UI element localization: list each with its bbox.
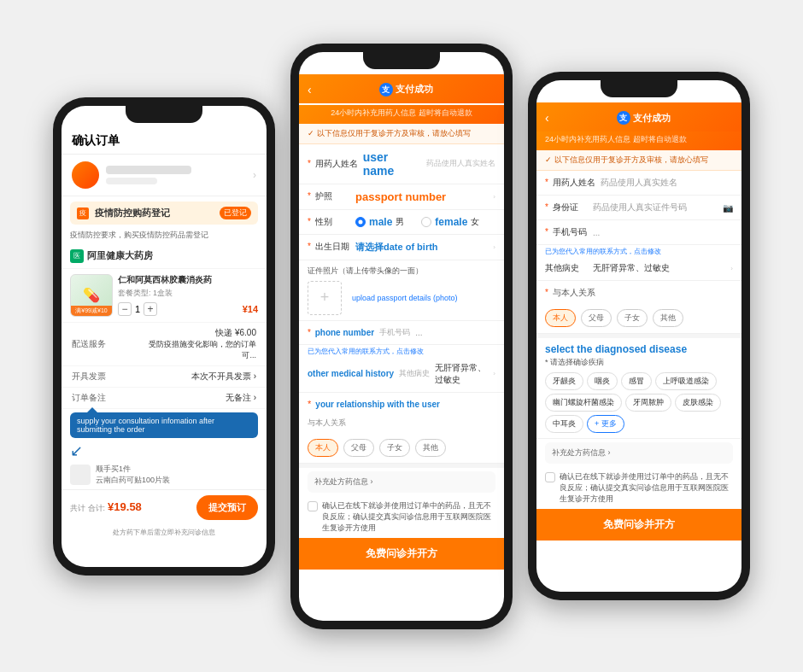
consult-btn[interactable]: 免费问诊并开方 [299, 538, 504, 570]
gender-female-option[interactable]: female 女 [421, 216, 479, 228]
relation-other-btn[interactable]: 其他 [415, 439, 446, 457]
qty-decrease-btn[interactable]: − [118, 302, 132, 316]
qty-control[interactable]: − 1 + [118, 302, 157, 316]
male-label-cn: 男 [396, 216, 404, 228]
p3-notice-bar: ✓ 以下信息仅用于复诊开方及审核，请放心填写 [536, 150, 741, 171]
footer-total-amount: ¥19.58 [108, 500, 142, 513]
p3-agree-checkbox[interactable] [545, 472, 555, 482]
gender-row: * 性别 male 男 female [299, 210, 504, 235]
divider [299, 464, 504, 468]
p3-phone-row: * 手机号码 ... [536, 220, 741, 245]
disease-tag-throat[interactable]: 咽炎 [587, 372, 618, 390]
gender-label: * 性别 [308, 216, 350, 228]
p1-footer: 共计 合计: ¥19.58 提交预订 [62, 489, 267, 525]
relation-self-btn[interactable]: 本人 [308, 439, 338, 457]
notice-text: ✓ 以下信息仅用于复诊开方及审核，请放心填写 [308, 129, 471, 137]
p3-phone-input[interactable]: ... [593, 228, 733, 237]
p3-relation-other-btn[interactable]: 其他 [653, 309, 683, 327]
p3-relation-self-btn[interactable]: 本人 [545, 309, 576, 327]
qty-increase-btn[interactable]: + [144, 302, 157, 316]
gender-male-option[interactable]: male 男 [355, 216, 404, 228]
relation-parents-btn[interactable]: 父母 [343, 439, 374, 457]
buy-together-row: 顺手买1件 云南白药可贴100片装 [62, 460, 267, 489]
dob-row[interactable]: * 出生日期 请选择date of birth › [299, 235, 504, 260]
phone-3-screen: ‹ 支 支付成功 24小时内补充用药人信息 超时将自动退款 ✓ 以下信息仅用于复… [536, 80, 741, 592]
relation-buttons[interactable]: 本人 父母 子女 其他 [308, 439, 446, 457]
p3-header: ‹ 支 支付成功 [536, 102, 741, 131]
disease-tag-upper[interactable]: 上呼吸道感染 [655, 372, 717, 390]
phone-1: 确认订单 › 疫 疫情防控购药登记 已登记 [53, 97, 275, 576]
male-radio[interactable] [355, 217, 366, 227]
p3-back-button[interactable]: ‹ [545, 111, 549, 125]
passport-input[interactable]: passport number [355, 190, 488, 203]
p3-phone-label: * 手机号码 [545, 226, 588, 238]
photo-section: 证件照片（请上传带头像的一面） + upload passport detail… [299, 260, 504, 321]
dob-input[interactable]: 请选择date of birth [355, 241, 488, 254]
phone-2-screen: ‹ 支 支付成功 24小时内补充用药人信息 超时将自动退款 ✓ 以下信息仅用于复… [299, 52, 504, 621]
phone-row: * phone number 手机号码 ... [299, 321, 504, 345]
phone-1-screen: 确认订单 › 疫 疫情防控购药登记 已登记 [62, 106, 267, 567]
agree-checkbox[interactable] [308, 501, 318, 511]
header-subtitle: 24小时内补充用药人信息 超时将自动退款 [331, 108, 472, 117]
disease-tag-abscess[interactable]: 牙周脓肿 [625, 394, 671, 412]
p3-relation-buttons[interactable]: 本人 父母 子女 其他 [545, 309, 683, 327]
username-input[interactable]: user name [363, 150, 421, 178]
p3-medical-value: 无肝肾异常、过敏史 [593, 262, 725, 274]
p3-form-scroll[interactable]: * 用药人姓名 药品使用人真实姓名 * 身份证 药品使用人真实证件号码 📷 [536, 171, 741, 592]
medical-value: 无肝肾异常、过敏史 [435, 362, 488, 386]
product-badge: 满¥99减¥10 [71, 306, 112, 316]
disease-tag-helicobacter[interactable]: 幽门螺旋杆菌感染 [545, 394, 622, 412]
p3-username-input[interactable]: 药品使用人真实姓名 [601, 177, 733, 189]
passport-row: * 护照 passport number › [299, 184, 504, 210]
p3-disease-grid[interactable]: 牙龈炎 咽炎 感冒 上呼吸道感染 幽门螺旋杆菌感染 牙周脓肿 皮肤感染 中耳炎 … [545, 372, 733, 433]
p3-notice-text: ✓ 以下信息仅用于复诊开方及审核，请放心填写 [545, 155, 708, 164]
p3-username-row: * 用药人姓名 药品使用人真实姓名 [536, 171, 741, 196]
disease-tag-ear[interactable]: 中耳炎 [545, 415, 583, 433]
camera-icon[interactable]: 📷 [723, 203, 733, 213]
form-scroll[interactable]: * 用药人姓名 user name 药品使用人真实姓名 * 护照 passpor… [299, 144, 504, 621]
relation-label-en: your relationship with the user [315, 400, 440, 409]
invoice-row[interactable]: 开具发票 本次不开具发票 › [62, 366, 267, 388]
back-button[interactable]: ‹ [308, 83, 312, 96]
p3-payment-success: 支付成功 [633, 112, 671, 125]
p3-alipay-icon: 支 [617, 111, 630, 125]
agree-row[interactable]: 确认已在线下就诊并使用过订单中的药品，且无不良反应；确认提交真实问诊信息用于互联… [299, 496, 504, 538]
p2-header-sub: 24小时内补充用药人信息 超时将自动退款 [299, 105, 504, 124]
order-note-value: 无备注 › [226, 392, 256, 404]
order-note-row[interactable]: 订单备注 无备注 › [62, 388, 267, 409]
disease-tag-gum[interactable]: 牙龈炎 [545, 372, 583, 390]
submit-order-button[interactable]: 提交预订 [196, 495, 258, 520]
delivery-value: 快递 ¥6.00 [137, 327, 256, 339]
gender-options[interactable]: male 男 female 女 [355, 216, 479, 228]
pharmacy-name: 阿里健康大药房 [87, 249, 153, 262]
p3-agree-row[interactable]: 确认已在线下就诊并使用过订单中的药品，且无不良反应；确认提交真实问诊信息用于互联… [536, 467, 741, 509]
disease-tag-more[interactable]: + 更多 [587, 415, 624, 433]
p3-username-label: * 用药人姓名 [545, 177, 595, 189]
disease-tag-cold[interactable]: 感冒 [621, 372, 652, 390]
photo-upload-btn[interactable]: + [308, 281, 342, 315]
passport-chevron: › [493, 193, 495, 201]
disease-tag-skin[interactable]: 皮肤感染 [675, 394, 721, 412]
relation-section: * your relationship with the user 与本人关系 … [299, 393, 504, 464]
p1-user-row[interactable]: › [62, 155, 267, 196]
buy-together-label: 顺手买1件 [96, 465, 131, 473]
medical-label-cn: 其他病史 [399, 368, 430, 379]
p3-disease-subtitle: * 请选择确诊疾病 [545, 357, 733, 368]
drug-note[interactable]: 补充处方药信息 › [308, 471, 495, 493]
medical-label-en: other medical history [308, 369, 394, 378]
female-radio[interactable] [421, 217, 431, 227]
p3-drug-note[interactable]: 补充处方药信息 › [545, 442, 733, 464]
p3-id-input[interactable]: 药品使用人真实证件号码 [593, 202, 718, 213]
p3-medical-row[interactable]: 其他病史 无肝肾异常、过敏史 › [536, 256, 741, 281]
p3-consult-btn[interactable]: 免费问诊并开方 [536, 509, 741, 541]
p3-relation-parents-btn[interactable]: 父母 [581, 309, 612, 327]
p3-disease-section: select the diagnosed disease * 请选择确诊疾病 牙… [536, 338, 741, 439]
tooltip-box: supply your consultation infomation afte… [70, 412, 258, 438]
delivery-row: 配送服务 快递 ¥6.00 受防疫措施变化影响，您的订单可... [62, 323, 267, 366]
product-image: 💊 满¥99减¥10 [70, 274, 113, 317]
epidemic-desc: 疫情防控要求，购买疫情防控药品需登记 [62, 230, 267, 244]
p3-relation-children-btn[interactable]: 子女 [617, 309, 648, 327]
medical-row[interactable]: other medical history 其他病史 无肝肾异常、过敏史 › [299, 356, 504, 393]
relation-children-btn[interactable]: 子女 [379, 439, 410, 457]
phone-input[interactable]: ... [415, 328, 495, 337]
